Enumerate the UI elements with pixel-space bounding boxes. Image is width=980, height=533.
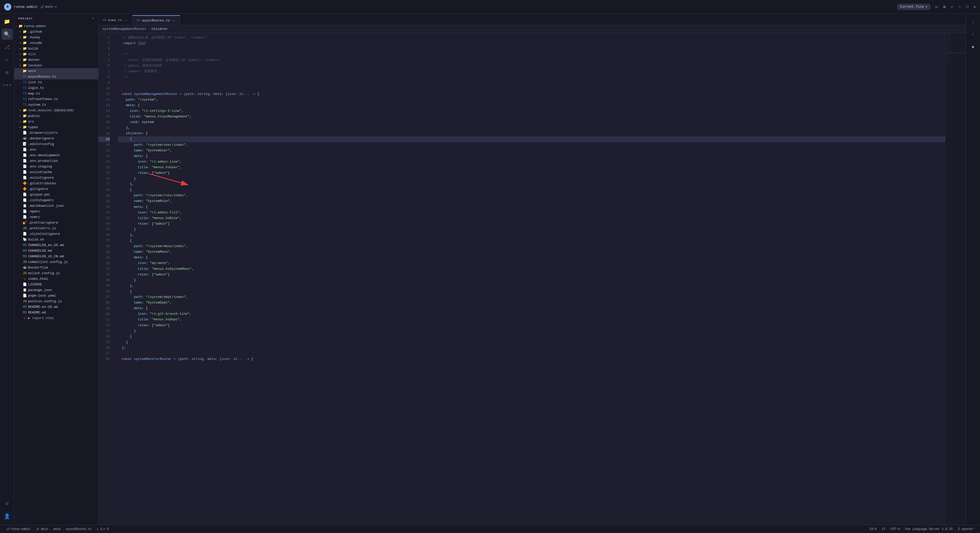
tree-item-docker[interactable]: ▶ 📁 docker: [14, 57, 98, 62]
panel-icon-ai[interactable]: ●: [967, 41, 979, 53]
status-spaces[interactable]: 2 spaces*: [955, 525, 977, 533]
file-icon: 📄: [22, 209, 27, 214]
activity-extensions[interactable]: ⊞: [2, 67, 13, 78]
tree-label: .gitpod.yml: [28, 193, 50, 197]
tree-item-prettierignore[interactable]: 💅 .prettierignore: [14, 220, 98, 225]
tree-item-nodemodules[interactable]: ▶ 📁 node_modules library root: [14, 107, 98, 113]
tree-item-dist[interactable]: ▶ 📁 dist: [14, 51, 98, 57]
tree-item-npmrc[interactable]: 📄 .npmrc: [14, 208, 98, 214]
tree-item-readme[interactable]: MD README.md: [14, 310, 98, 315]
tree-item-src[interactable]: ▶ 📁 src: [14, 119, 98, 124]
tree-item-dockerignore[interactable]: 🐳 .dockerignore: [14, 135, 98, 141]
breadcrumb-item-router[interactable]: systemManagementRouter: [103, 27, 146, 31]
code-editor[interactable]: // 粗略自动生成，这些都是二种 "admin"、"common" →impor…: [114, 33, 945, 525]
tree-item-dockerfile[interactable]: 🐳 Dockerfile: [14, 265, 98, 270]
more-icon[interactable]: ⋯: [951, 4, 953, 10]
tree-item-changelog[interactable]: MD CHANGELOG.md: [14, 248, 98, 253]
tab-home[interactable]: TS home.ts ✕: [99, 15, 132, 25]
activity-run[interactable]: ▷: [2, 54, 13, 65]
current-file-button[interactable]: Current File ▾: [897, 4, 931, 10]
minimap[interactable]: // commentimport/** * roles * admin * co…: [945, 33, 966, 525]
tree-item-pnpmlock[interactable]: 📄 pnpm-lock.yaml: [14, 293, 98, 298]
tree-item-eslintconfig[interactable]: JS eslint.config.js: [14, 270, 98, 276]
status-folder[interactable]: mock: [51, 525, 63, 533]
tree-item-map[interactable]: TS map.ts: [14, 91, 98, 96]
tree-item-postcss[interactable]: JS postcss.config.js: [14, 298, 98, 304]
tab-close-icon[interactable]: ✕: [172, 18, 176, 23]
activity-dots[interactable]: •••: [2, 80, 13, 91]
status-git[interactable]: ⎇ main: [33, 525, 51, 533]
tree-item-vscode[interactable]: ▶ 📁 .vscode: [14, 40, 98, 46]
status-lineending[interactable]: LF: [880, 525, 888, 533]
tree-item-mock[interactable]: ▾ 📂 mock: [14, 68, 98, 74]
activity-account[interactable]: 👤: [2, 511, 13, 522]
tree-item-list[interactable]: TS list.ts: [14, 80, 98, 85]
status-encoding[interactable]: UTF-8: [888, 525, 902, 533]
debug-icon[interactable]: ⚙: [943, 4, 946, 10]
status-position[interactable]: 19:6: [867, 525, 880, 533]
tree-item-public[interactable]: ▶ 📁 public: [14, 113, 98, 119]
tree-item-prettierrc[interactable]: JS .prettierrc.js: [14, 225, 98, 231]
tree-item-types[interactable]: ▶ 📁 types: [14, 124, 98, 130]
tree-item-refreshtoken[interactable]: TS refreshToken.ts: [14, 96, 98, 102]
tree-item-reporthtml[interactable]: ◇ ▶ report.html: [14, 315, 98, 321]
minimize-icon[interactable]: ─: [958, 5, 961, 9]
tree-item-build[interactable]: ▶ 📁 build: [14, 46, 98, 51]
panel-icon-2[interactable]: ✓: [967, 29, 979, 40]
code-line-43: roles: ["admin"]: [118, 272, 945, 277]
status-file[interactable]: asyncRoutes.ts: [63, 525, 94, 533]
status-language[interactable]: Vue Language Server 1.8.25: [902, 525, 955, 533]
tree-item-system[interactable]: TS system.ts: [14, 102, 98, 107]
tree-item-envdev[interactable]: 📄 .env.development: [14, 153, 98, 158]
md-icon: MD: [22, 248, 27, 253]
tree-item-husky[interactable]: ▶ 📁 .husky: [14, 35, 98, 40]
tree-item-changelog-zhcn[interactable]: MD CHANGELOG_zh_CN.md: [14, 253, 98, 259]
tree-label: .nvmrc: [28, 215, 40, 219]
tab-close-icon[interactable]: ✕: [124, 18, 128, 22]
tree-item-github[interactable]: ▶ 📁 .github: [14, 29, 98, 35]
status-warnings[interactable]: ⚠ 1 ✕ 6: [94, 525, 111, 533]
activity-search[interactable]: 🔍: [2, 29, 13, 40]
panel-icon-1[interactable]: ⚠: [967, 16, 979, 27]
close-icon[interactable]: ✕: [974, 4, 976, 10]
tree-label: CHANGELOG_en_US.md: [28, 243, 64, 247]
tree-item-packagejson[interactable]: 📋 package.json: [14, 287, 98, 293]
tree-item-indexhtml[interactable]: ◇ index.html: [14, 276, 98, 282]
folder-icon: 📁: [22, 57, 27, 62]
status-branch[interactable]: ⎇ ronna-admin: [3, 525, 33, 533]
tab-asyncroutes[interactable]: TS asyncRoutes.ts ✕: [132, 15, 180, 25]
tree-item-locales[interactable]: ▶ 📁 locales: [14, 62, 98, 68]
maximize-icon[interactable]: □: [966, 5, 969, 9]
breadcrumb-item-children[interactable]: children: [151, 27, 167, 31]
tree-item-buildsh[interactable]: 🐚 build.sh: [14, 237, 98, 242]
branch-indicator[interactable]: ⎇ main ▾: [40, 5, 57, 9]
activity-git[interactable]: ⎇: [2, 41, 13, 53]
tree-item-readme-enus[interactable]: MD README-en-US.md: [14, 304, 98, 310]
code-line-13: meta: {: [118, 103, 945, 108]
tree-item-envstaging[interactable]: 📄 .env.staging: [14, 164, 98, 169]
tree-item-envprod[interactable]: 📄 .env.production: [14, 158, 98, 164]
tree-item-env[interactable]: 📄 .env: [14, 147, 98, 153]
file-icon: 📄: [22, 215, 27, 219]
tree-item-gitpod[interactable]: 📄 .gitpod.yml: [14, 192, 98, 197]
tree-item-markdownlint[interactable]: 📋 .markdownlint.json: [14, 203, 98, 208]
encoding-label: UTF-8: [891, 527, 900, 531]
run-icon[interactable]: ▷: [935, 4, 938, 10]
tree-item-gitattributes[interactable]: 🔶 .gitattributes: [14, 180, 98, 186]
activity-file-explorer[interactable]: 📁: [2, 16, 13, 27]
tree-item-browserslist[interactable]: 📄 .browserslistrc: [14, 130, 98, 135]
activity-settings[interactable]: ⚙: [2, 498, 13, 509]
tree-item-asyncroutes[interactable]: TS asyncRoutes.ts: [14, 74, 98, 80]
tree-item-eslintcache[interactable]: 📄 .eslinttache: [14, 169, 98, 175]
tree-item-eslintignore[interactable]: 📄 .eslintignore: [14, 175, 98, 180]
tree-item-stylelintignore[interactable]: 📄 .stylelintignore: [14, 231, 98, 237]
tree-item-license[interactable]: 📄 LICENSE: [14, 282, 98, 287]
tree-item-editorconfig[interactable]: 📝 .editorconfig: [14, 141, 98, 147]
tree-item-changelog-enus[interactable]: MD CHANGELOG_en_US.md: [14, 242, 98, 248]
tree-item-commitlint[interactable]: JS commitlint.config.js: [14, 259, 98, 265]
tree-item-lintstaged[interactable]: 📄 .lintstagedrc: [14, 197, 98, 203]
tree-root[interactable]: ▾ 📂 ronna-admin: [14, 23, 98, 29]
tree-item-gitignore[interactable]: 🔶 .gitignore: [14, 186, 98, 192]
tree-item-login[interactable]: TS login.ts: [14, 85, 98, 91]
tree-item-nvmrc[interactable]: 📄 .nvmrc: [14, 214, 98, 220]
